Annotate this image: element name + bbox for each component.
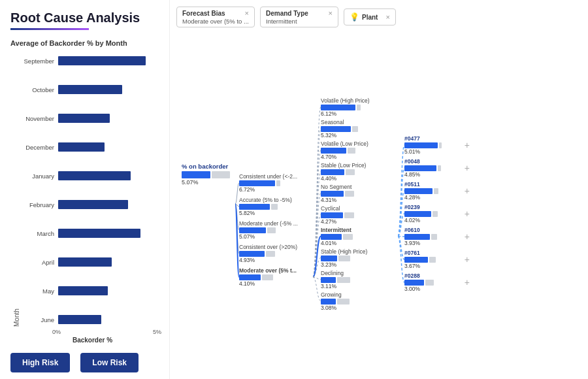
low-risk-button[interactable]: Low Risk bbox=[80, 353, 139, 372]
bar-row: November bbox=[20, 111, 161, 125]
bar-track bbox=[58, 315, 161, 324]
level2-node: Cyclical 4.27% bbox=[321, 205, 398, 225]
plant-filter[interactable]: 💡 Plant × bbox=[344, 8, 396, 25]
add-button[interactable]: + bbox=[463, 140, 471, 150]
bar-label: December bbox=[20, 144, 58, 151]
bar-fill bbox=[58, 229, 140, 238]
level1-nodes: Consistent under (<-2... 6.72% Accurate … bbox=[235, 88, 317, 372]
demand-type-label: Demand Type bbox=[266, 10, 308, 17]
plant-close[interactable]: × bbox=[386, 13, 390, 21]
level2-node: Seasonal 5.32% bbox=[321, 119, 398, 139]
bar-row: March bbox=[20, 226, 161, 240]
level2-node: Stable (High Price) 3.23% bbox=[321, 248, 398, 268]
forecast-bias-filter[interactable]: Forecast Bias × Moderate over (5% to ... bbox=[176, 7, 255, 27]
bar-label: October bbox=[20, 86, 58, 93]
level1-node: Consistent under (<-2... 6.72% bbox=[239, 173, 313, 193]
y-axis-label: Month bbox=[10, 54, 20, 327]
left-panel: Root Cause Analysis Average of Backorder… bbox=[0, 0, 170, 379]
bar-label: April bbox=[20, 259, 58, 266]
bar-row: October bbox=[20, 82, 161, 97]
bar-fill bbox=[58, 286, 108, 295]
level3-node: #0511 4.28% + bbox=[404, 181, 471, 201]
plant-label: Plant bbox=[362, 14, 378, 21]
x-axis-title: Backorder % bbox=[10, 337, 161, 344]
root-value: 5.07% bbox=[182, 179, 199, 186]
high-risk-button[interactable]: High Risk bbox=[10, 353, 70, 372]
bar-track bbox=[58, 286, 161, 295]
x-axis-tick: 5% bbox=[153, 329, 161, 335]
root-bar-bg bbox=[212, 171, 230, 178]
add-button[interactable]: + bbox=[463, 163, 471, 173]
level1-node: Moderate over (5% t... 4.10% bbox=[239, 267, 313, 287]
tree-wrapper: % on backorder 5.07% Consistent under (<… bbox=[176, 35, 583, 372]
demand-type-filter[interactable]: Demand Type × Intermittent bbox=[260, 7, 338, 27]
bar-track bbox=[58, 56, 161, 65]
bar-fill bbox=[58, 171, 131, 180]
bottom-buttons: High Risk Low Risk bbox=[10, 353, 161, 372]
level2-node: Intermittent 4.01% bbox=[321, 227, 398, 246]
add-button[interactable]: + bbox=[463, 254, 471, 265]
add-button[interactable]: + bbox=[463, 231, 471, 242]
right-panel: Forecast Bias × Moderate over (5% to ...… bbox=[170, 0, 588, 379]
bar-label: November bbox=[20, 115, 58, 122]
level3-nodes: #0477 5.01% + #0048 4.85% bbox=[402, 55, 474, 372]
bar-row: January bbox=[20, 169, 161, 183]
level2-node: Volatile (Low Price) 4.70% bbox=[321, 140, 398, 160]
filters-row: Forecast Bias × Moderate over (5% to ...… bbox=[176, 7, 583, 27]
level2-node: Volatile (High Price) 6.12% bbox=[321, 97, 398, 117]
root-bar bbox=[182, 171, 210, 178]
add-button[interactable]: + bbox=[463, 186, 471, 196]
bar-row: December bbox=[20, 140, 161, 154]
add-button[interactable]: + bbox=[463, 208, 471, 219]
bar-fill bbox=[58, 114, 110, 123]
bar-row: May bbox=[20, 284, 161, 298]
title-underline bbox=[10, 28, 89, 30]
demand-type-close[interactable]: × bbox=[329, 9, 333, 17]
level2-node: No Segment 4.31% bbox=[321, 184, 398, 203]
level2-node: Declining 3.11% bbox=[321, 270, 398, 289]
bar-fill bbox=[58, 257, 112, 267]
bar-fill bbox=[58, 85, 122, 94]
page-title: Root Cause Analysis bbox=[10, 10, 161, 25]
level3-node: #0288 3.00% + bbox=[404, 272, 471, 292]
level3-node: #0477 5.01% + bbox=[404, 135, 471, 155]
level2-node: Growing 3.08% bbox=[321, 291, 398, 311]
root-label: % on backorder bbox=[182, 163, 228, 170]
x-axis-tick: 0% bbox=[52, 329, 61, 335]
demand-type-value: Intermittent bbox=[266, 18, 333, 25]
bar-fill bbox=[58, 200, 128, 209]
root-node: % on backorder 5.07% bbox=[176, 35, 235, 372]
forecast-bias-close[interactable]: × bbox=[245, 9, 249, 17]
bar-row: April bbox=[20, 255, 161, 269]
bar-fill bbox=[58, 315, 101, 324]
level2-node: Stable (Low Price) 4.40% bbox=[321, 162, 398, 182]
chart-area: Month September October November Decembe… bbox=[10, 54, 161, 327]
level3-node: #0239 4.02% + bbox=[404, 204, 471, 223]
level3-node: #0610 3.93% + bbox=[404, 227, 471, 246]
forecast-bias-value: Moderate over (5% to ... bbox=[182, 18, 249, 25]
add-button[interactable]: + bbox=[463, 277, 471, 288]
level2-nodes: Volatile (High Price) 6.12% Seasonal 5.3… bbox=[317, 35, 402, 372]
bars-container: September October November December Janu… bbox=[20, 54, 161, 327]
x-axis: 0%5% bbox=[10, 327, 161, 335]
level1-node: Consistent over (>20%) 4.93% bbox=[239, 244, 313, 263]
bar-label: February bbox=[20, 201, 58, 208]
bar-track bbox=[58, 142, 161, 152]
bar-label: May bbox=[20, 288, 58, 295]
bar-label: March bbox=[20, 230, 58, 237]
bar-label: September bbox=[20, 58, 58, 65]
forecast-bias-label: Forecast Bias bbox=[182, 10, 225, 17]
bar-fill bbox=[58, 142, 105, 152]
bar-fill bbox=[58, 56, 146, 65]
level1-node: Accurate (5% to -5%) 5.82% bbox=[239, 197, 313, 216]
bar-label: January bbox=[20, 173, 58, 180]
bar-track bbox=[58, 229, 161, 238]
level3-node: #0048 4.85% + bbox=[404, 158, 471, 178]
bar-row: June bbox=[20, 312, 161, 327]
plant-icon: 💡 bbox=[350, 12, 359, 22]
bar-track bbox=[58, 114, 161, 123]
level1-node: Moderate under (-5% ... 5.07% bbox=[239, 220, 313, 240]
bar-row: September bbox=[20, 54, 161, 68]
bar-track bbox=[58, 257, 161, 267]
chart-title: Average of Backorder % by Month bbox=[10, 39, 161, 47]
